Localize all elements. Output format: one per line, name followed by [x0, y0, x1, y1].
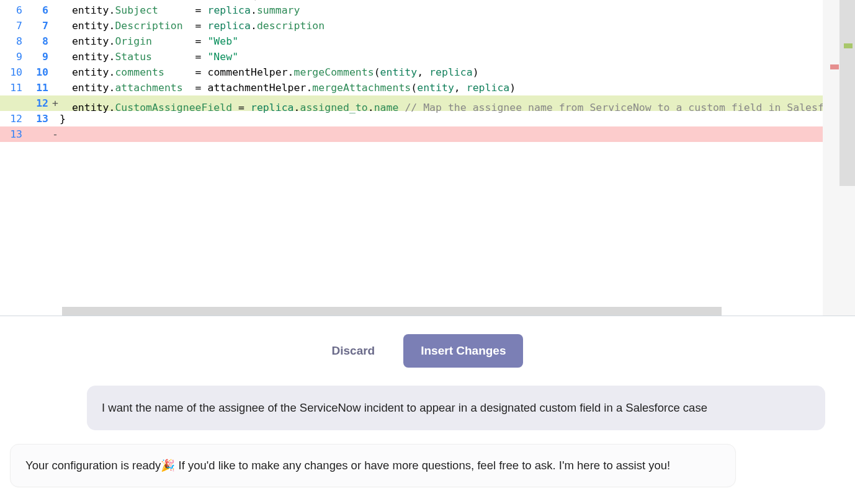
diff-marker: [52, 18, 58, 33]
gutter: 13-: [0, 126, 58, 142]
line-number-old: 9: [0, 49, 26, 64]
line-number-new: 10: [26, 64, 52, 80]
code-content: entity.comments = commentHelper.mergeCom…: [58, 64, 855, 80]
code-content: }: [58, 111, 855, 126]
diff-marker: [52, 49, 58, 64]
line-number-new: 13: [26, 111, 52, 126]
gutter: 1213: [0, 111, 58, 126]
diff-line[interactable]: 66 entity.Subject = replica.summary: [0, 2, 855, 18]
diff-line[interactable]: 1213}: [0, 111, 855, 126]
overview-ruler-viewport: [839, 0, 855, 186]
code-content: entity.Origin = "Web": [58, 33, 855, 49]
line-number-new: [26, 126, 52, 142]
gutter: 1111: [0, 80, 58, 95]
diff-marker: [52, 80, 58, 95]
line-number-old: 11: [0, 80, 26, 95]
line-number-new: 6: [26, 2, 52, 18]
discard-button[interactable]: Discard: [332, 344, 375, 358]
gutter: 99: [0, 49, 58, 64]
diff-action-bar: Discard Insert Changes: [0, 316, 855, 386]
diff-line[interactable]: 1010 entity.comments = commentHelper.mer…: [0, 64, 855, 80]
gutter: 12+: [0, 95, 58, 111]
line-number-new: 9: [26, 49, 52, 64]
diff-code-editor[interactable]: 55if(entity.entityType == "Case"){66 ent…: [0, 0, 855, 316]
diff-line-added[interactable]: 12+ entity.CustomAssigneeField = replica…: [0, 95, 855, 111]
diff-line[interactable]: 88 entity.Origin = "Web": [0, 33, 855, 49]
assistant-text-suffix: If you'd like to make any changes or hav…: [175, 459, 670, 472]
diff-marker: [52, 64, 58, 80]
line-number-old: 13: [0, 126, 26, 142]
line-number-old: 10: [0, 64, 26, 80]
line-number-new: 11: [26, 80, 52, 95]
line-number-old: 8: [0, 33, 26, 49]
diff-line[interactable]: 77 entity.Description = replica.descript…: [0, 18, 855, 33]
assistant-text-prefix: Your configuration is ready: [25, 459, 161, 472]
code-content: entity.Description = replica.description: [58, 18, 855, 33]
insert-changes-button[interactable]: Insert Changes: [403, 334, 523, 368]
chat-assistant-message: Your configuration is ready🎉 If you'd li…: [10, 444, 736, 487]
line-number-old: 7: [0, 18, 26, 33]
gutter: 66: [0, 2, 58, 18]
horizontal-scrollbar-thumb[interactable]: [62, 307, 722, 316]
gutter: 1010: [0, 64, 58, 80]
code-content: entity.attachments = attachmentHelper.me…: [58, 80, 855, 95]
horizontal-scrollbar[interactable]: [62, 307, 812, 316]
line-number-old: 6: [0, 2, 26, 18]
line-number-new: 7: [26, 18, 52, 33]
gutter: 77: [0, 18, 58, 33]
party-popper-icon: 🎉: [161, 459, 175, 472]
diff-marker: [52, 33, 58, 49]
code-lines-container: 55if(entity.entityType == "Case"){66 ent…: [0, 0, 855, 142]
ruler-deleted-marker: [830, 64, 839, 69]
diff-line[interactable]: 99 entity.Status = "New": [0, 49, 855, 64]
line-number-old: 12: [0, 111, 26, 126]
line-number-new: 8: [26, 33, 52, 49]
line-number-old: [0, 95, 26, 111]
overview-ruler[interactable]: [823, 0, 855, 316]
code-area: 55if(entity.entityType == "Case"){66 ent…: [0, 0, 855, 142]
code-content: entity.Subject = replica.summary: [58, 2, 855, 18]
diff-marker: -: [52, 126, 58, 142]
chat-user-message: I want the name of the assignee of the S…: [87, 386, 825, 430]
ruler-added-marker: [844, 43, 853, 48]
diff-marker: [52, 2, 58, 18]
gutter: 88: [0, 33, 58, 49]
diff-line[interactable]: 1111 entity.attachments = attachmentHelp…: [0, 80, 855, 95]
code-content: entity.Status = "New": [58, 49, 855, 64]
diff-marker: +: [52, 95, 58, 111]
diff-marker: [52, 111, 58, 126]
chat-section: I want the name of the assignee of the S…: [0, 386, 855, 487]
line-number-new: 12: [26, 95, 52, 111]
diff-line-removed[interactable]: 13-: [0, 126, 855, 142]
